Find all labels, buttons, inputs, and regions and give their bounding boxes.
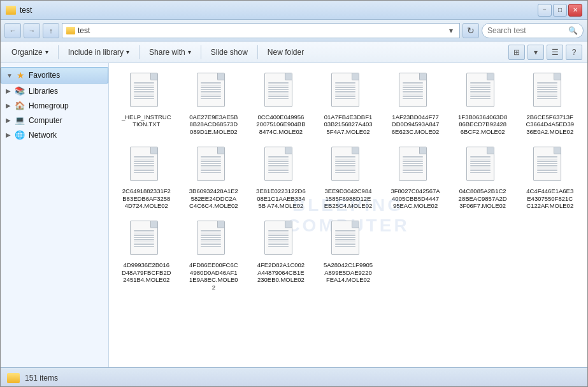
doc-line: [403, 96, 423, 97]
doc-line: [268, 89, 289, 91]
file-icon-wrap: [466, 147, 499, 185]
search-input[interactable]: [487, 26, 566, 35]
doc-line: [335, 230, 355, 231]
file-item[interactable]: 4FD86EE00FC6C4980D0AD46AF11E9A8EC.MOLE02: [182, 216, 247, 295]
doc-line: [268, 82, 289, 84]
window-title: test: [20, 6, 32, 15]
address-dropdown-arrow[interactable]: ▾: [447, 26, 455, 35]
doc-line: [201, 244, 221, 245]
doc-line: [268, 85, 289, 86]
doc-line: [134, 87, 154, 88]
file-name: 3E81E0223122D608E1C1AAEB3345B A74.MOLE02: [256, 187, 306, 209]
doc-line: [335, 94, 355, 95]
file-name: 2C6491882331F2B83EDB6AF32584D724.MOLE02: [122, 187, 171, 209]
doc-line: [134, 237, 154, 238]
file-item[interactable]: _HELP_INSTRUCTION.TXT: [114, 68, 179, 140]
sidebar-item-favorites[interactable]: ▼ ★ Favorites: [1, 67, 108, 84]
file-item[interactable]: 0AE27E9E3AE5B8B28ACD68573D089D1E.MOLE02: [182, 68, 247, 140]
sidebar-item-homegroup[interactable]: ▶ 🏠 Homegroup: [1, 98, 108, 113]
file-name: 4D99936E2B016D48A79FBCFB2D2451B4.MOLE02: [122, 261, 171, 283]
file-name: 4FD86EE00FC6C4980D0AD46AF11E9A8EC.MOLE02: [189, 261, 238, 291]
slide-show-button[interactable]: Slide show: [205, 44, 254, 61]
doc-line: [268, 87, 289, 88]
doc-line: [470, 96, 491, 97]
file-item[interactable]: 04C8085A2B1C228BEAC9857A2D3F06F7.MOLE02: [450, 142, 515, 214]
file-item[interactable]: 4C4F446E1A6E3E4307550F821CC122AF.MOLE02: [517, 142, 582, 214]
file-item[interactable]: 3F8027C042567A4005CBB5D444795EAC.MOLE02: [383, 142, 448, 214]
file-item[interactable]: 4FE2D82A1C002A44879064CB1E230EB0.MOLE02: [248, 216, 313, 295]
file-item[interactable]: 1F3B06364063D886BECD7B924286BCF2.MOLE02: [450, 68, 515, 140]
doc-icon: [197, 221, 225, 255]
doc-line: [537, 96, 557, 97]
share-with-button[interactable]: Share with ▾: [143, 44, 197, 61]
sidebar-item-network[interactable]: ▶ 🌐 Network: [1, 128, 108, 142]
toolbar-right: ⊞ ▾ ☰ ?: [508, 45, 582, 60]
status-bar: 151 items: [1, 367, 587, 387]
doc-line: [537, 168, 557, 169]
doc-icon: [130, 221, 158, 255]
doc-line: [201, 91, 221, 92]
doc-line: [403, 168, 423, 169]
include-library-button[interactable]: Include in library ▾: [62, 44, 135, 61]
doc-line: [268, 235, 289, 236]
address-input[interactable]: test ▾: [62, 23, 460, 38]
doc-line: [268, 91, 289, 92]
doc-line: [268, 161, 289, 162]
sidebar-label-network: Network: [29, 131, 57, 140]
file-item[interactable]: 3EE9D3042C9841585F6988D12EEB25C4.MOLE02: [316, 142, 381, 214]
view-grid-button[interactable]: ⊞: [508, 45, 525, 60]
toolbar: Organize ▾ Include in library ▾ Share wi…: [1, 41, 587, 63]
file-item[interactable]: 5A28042C1F9905A899E5DAE9220FEA14.MOLE02: [316, 216, 381, 295]
new-folder-button[interactable]: New folder: [262, 44, 310, 61]
toolbar-separator-4: [257, 45, 258, 59]
refresh-button[interactable]: ↻: [463, 23, 479, 38]
back-button[interactable]: ←: [4, 23, 21, 38]
view-details-button[interactable]: ☰: [547, 45, 563, 60]
doc-line: [537, 170, 557, 171]
doc-line: [335, 159, 355, 160]
file-item[interactable]: 2B6CE5F63713FC3664D4A5ED3936E0A2.MOLE02: [517, 68, 582, 140]
doc-line: [403, 89, 423, 91]
sidebar-item-computer[interactable]: ▶ 💻 Computer: [1, 113, 108, 128]
file-item[interactable]: 01A7FB4E3DBF103B2156827A4035F4A7.MOLE02: [316, 68, 381, 140]
file-item[interactable]: 3E81E0223122D608E1C1AAEB3345B A74.MOLE02: [248, 142, 313, 214]
help-button[interactable]: ?: [566, 45, 582, 60]
close-button[interactable]: ✕: [568, 4, 582, 17]
file-icon-wrap: [264, 73, 298, 111]
view-dropdown-button[interactable]: ▾: [527, 45, 544, 60]
file-name: 3B60932428A1E2582EE24DDC2AC4C6C4.MOLE02: [189, 187, 238, 209]
doc-line: [201, 89, 221, 91]
doc-line: [134, 242, 154, 243]
file-item[interactable]: 0CC400E04995620075106E904BB8474C.MOLE02: [248, 68, 313, 140]
doc-line: [403, 170, 423, 171]
doc-line: [403, 165, 423, 166]
sidebar-label-favorites: Favorites: [29, 71, 60, 80]
file-icon-wrap: [331, 221, 364, 259]
file-item[interactable]: 3B60932428A1E2582EE24DDC2AC4C6C4.MOLE02: [182, 142, 247, 214]
doc-line: [335, 91, 355, 92]
file-item[interactable]: 4D99936E2B016D48A79FBCFB2D2451B4.MOLE02: [114, 216, 179, 295]
search-box[interactable]: 🔍: [482, 23, 584, 38]
address-text: test: [78, 26, 444, 35]
maximize-button[interactable]: □: [553, 4, 567, 17]
file-item[interactable]: 1AF23BD044F77DD0D94593A8476E623C.MOLE02: [383, 68, 448, 140]
doc-line: [134, 159, 154, 160]
doc-line: [403, 172, 423, 173]
doc-line: [403, 159, 423, 160]
status-folder-icon: [7, 373, 20, 383]
organize-button[interactable]: Organize ▾: [6, 44, 54, 61]
doc-line: [134, 168, 154, 169]
doc-line: [403, 91, 423, 92]
file-item[interactable]: 2C6491882331F2B83EDB6AF32584D724.MOLE02: [114, 142, 179, 214]
doc-line: [335, 156, 355, 157]
up-button[interactable]: ↑: [43, 23, 59, 38]
sidebar-item-libraries[interactable]: ▶ 📚 Libraries: [1, 84, 108, 98]
forward-button[interactable]: →: [24, 23, 40, 38]
sidebar: ▼ ★ Favorites ▶ 📚 Libraries ▶ 🏠 Homegrou…: [1, 63, 109, 367]
doc-line: [470, 91, 491, 92]
doc-line: [537, 91, 557, 92]
minimize-button[interactable]: −: [538, 4, 552, 17]
sidebar-label-homegroup: Homegroup: [29, 101, 69, 110]
file-grid-container[interactable]: BLEEPING COMPUTER _HELP_INSTRUCTION.TXT0…: [109, 63, 587, 367]
file-name: 3EE9D3042C9841585F6988D12EEB25C4.MOLE02: [323, 187, 373, 209]
